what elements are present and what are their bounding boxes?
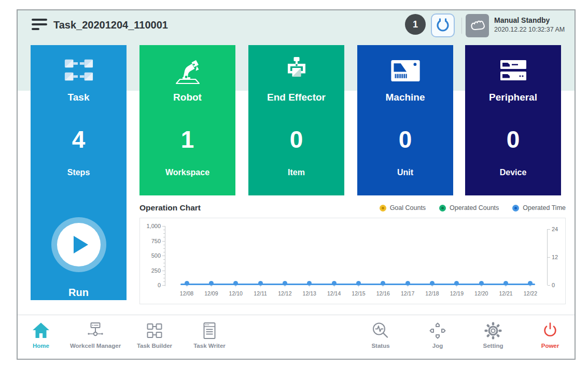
card-label: Robot — [139, 91, 235, 104]
y-axis-minor-tick — [162, 271, 165, 271]
data-point — [209, 281, 214, 286]
y-axis-minor-tick — [163, 252, 165, 252]
y-axis-minor-tick — [162, 226, 165, 227]
x-axis-label: 12/10 — [225, 290, 247, 297]
app-window: Task_20201204_110001 1 Manual Standby 20… — [17, 9, 576, 360]
data-point — [528, 281, 533, 286]
y-axis-right-label: 24 — [552, 226, 558, 232]
y-axis-minor-tick — [163, 233, 165, 234]
status-magnifier-icon — [370, 320, 391, 341]
y-axis-left-tick: 250 — [141, 267, 161, 274]
header-divider — [461, 18, 462, 34]
home-icon — [31, 320, 51, 341]
nav-task-writer[interactable]: Task Writer — [175, 320, 244, 349]
x-axis-label: 12/16 — [372, 290, 395, 297]
y-axis-minor-tick — [163, 259, 165, 260]
y-axis-right-label: 0 — [552, 282, 555, 288]
card-unit: Device — [465, 167, 561, 178]
page-title: Task_20201204_110001 — [53, 19, 168, 31]
machine-icon — [357, 54, 453, 87]
gear-icon — [483, 320, 503, 341]
gripper-circle-icon — [435, 17, 451, 34]
data-point — [454, 281, 459, 286]
chart-legend: Goal Counts Operated Counts Operated Tim… — [380, 204, 566, 211]
card-machine[interactable]: Machine 0 Unit — [357, 45, 453, 195]
manual-mode-tile[interactable] — [466, 14, 489, 37]
data-point — [405, 281, 410, 286]
operated-time-dot-icon — [512, 205, 519, 211]
y-axis-left-tick: 750 — [141, 238, 161, 244]
recovery-button[interactable] — [431, 13, 455, 37]
data-point — [185, 281, 189, 286]
card-label: Peripheral — [465, 91, 561, 104]
nav-power[interactable]: Power — [516, 320, 576, 349]
x-axis-label: 12/21 — [495, 290, 517, 297]
data-point — [381, 281, 385, 286]
x-axis-label: 12/22 — [519, 290, 542, 297]
gripper-icon — [248, 54, 344, 87]
y-axis-minor-tick — [163, 263, 165, 263]
y-axis-minor-tick — [162, 285, 165, 286]
bottom-navigation: Home Workcell Manager — [18, 315, 575, 359]
robot-state: Manual Standby 2020.12.22 10:32:37 AM — [494, 16, 565, 33]
card-value: 0 — [357, 123, 453, 156]
card-unit: Item — [248, 167, 344, 178]
card-label: Machine — [357, 91, 453, 104]
card-task[interactable]: Task 4 Steps Run — [31, 45, 127, 300]
card-label: End Effector — [248, 91, 344, 104]
hand-icon — [468, 16, 487, 36]
operation-chart: 1,00075050025002412012/0812/0912/1012/11… — [139, 218, 566, 304]
y-axis-left-tick: 500 — [141, 252, 161, 259]
jog-dpad-icon — [427, 320, 448, 341]
robot-arm-icon — [139, 54, 235, 87]
x-axis-label: 12/08 — [175, 290, 198, 297]
y-axis-right-tick — [548, 257, 550, 258]
card-label: Task — [31, 91, 127, 104]
legend-operated-counts[interactable]: Operated Counts — [439, 204, 499, 211]
data-point — [283, 281, 287, 286]
menu-icon[interactable] — [32, 19, 47, 32]
goal-counts-dot-icon — [380, 205, 386, 211]
y-axis-minor-tick — [163, 278, 165, 278]
x-axis-label: 12/20 — [470, 290, 493, 297]
legend-operated-time[interactable]: Operated Time — [512, 204, 566, 211]
card-robot[interactable]: Robot 1 Workspace — [139, 45, 235, 195]
x-axis-label: 12/13 — [298, 290, 321, 297]
card-value: 0 — [465, 123, 561, 156]
x-axis-label: 12/09 — [200, 290, 222, 297]
run-button[interactable] — [51, 217, 106, 272]
task-blocks-icon — [31, 54, 127, 87]
data-point — [356, 281, 361, 286]
data-point — [307, 281, 312, 286]
card-peripheral[interactable]: Peripheral 0 Device — [465, 45, 561, 195]
y-axis-minor-tick — [162, 241, 165, 242]
notification-badge[interactable]: 1 — [405, 14, 426, 35]
mode-label: Manual Standby — [494, 16, 565, 24]
card-unit: Workspace — [139, 167, 235, 178]
server-stack-icon — [465, 54, 561, 87]
y-axis-minor-tick — [163, 245, 165, 245]
x-axis-label: 12/12 — [273, 290, 296, 297]
nav-workcell-manager[interactable]: Workcell Manager — [61, 320, 130, 349]
x-axis-label: 12/14 — [323, 290, 345, 297]
y-axis-right-tick — [548, 285, 550, 286]
legend-goal-counts[interactable]: Goal Counts — [380, 204, 426, 211]
data-point — [233, 281, 238, 286]
data-point — [479, 281, 484, 286]
y-axis-left-tick: 1,000 — [141, 223, 161, 229]
data-point — [430, 281, 435, 286]
y-axis-right-label: 12 — [552, 254, 558, 260]
card-end-effector[interactable]: End Effector 0 Item — [248, 45, 344, 195]
card-value: 0 — [248, 123, 344, 156]
card-unit: Unit — [357, 167, 453, 178]
x-axis-label: 12/17 — [396, 290, 419, 297]
x-axis-label: 12/19 — [445, 290, 468, 297]
x-axis-label: 12/18 — [421, 290, 444, 297]
run-label: Run — [31, 287, 127, 299]
y-axis-left — [165, 226, 165, 286]
play-icon — [74, 236, 88, 253]
card-unit: Steps — [31, 167, 127, 178]
y-axis-minor-tick — [163, 248, 165, 249]
task-builder-icon — [144, 320, 165, 341]
x-axis-label: 12/15 — [347, 290, 370, 297]
